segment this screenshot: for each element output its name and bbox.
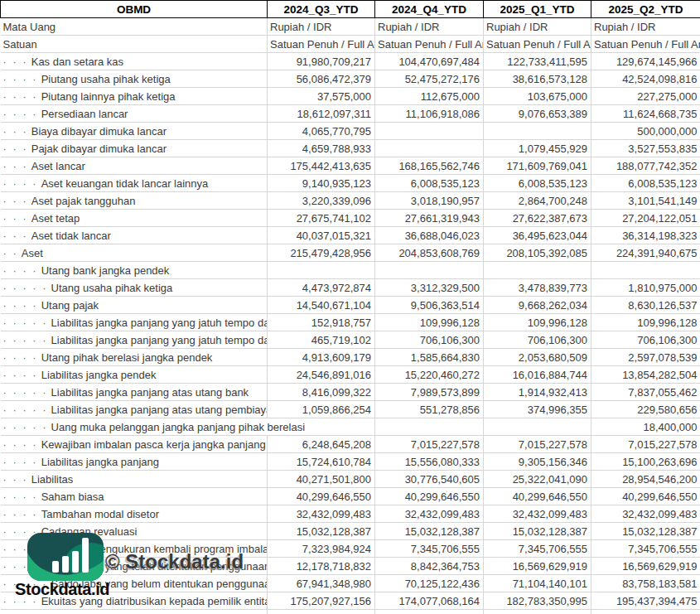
row-label-cell[interactable]: · · ·Aset tidak lancar [1, 227, 268, 244]
value-cell[interactable] [484, 123, 591, 140]
value-cell[interactable]: 7,015,227,578 [375, 436, 484, 453]
value-cell[interactable]: 3,101,541,149 [591, 192, 700, 210]
row-label-cell[interactable]: · · · ·Piutang lainnya pihak ketiga [1, 88, 268, 105]
value-cell[interactable]: 195,437,394,475 [591, 592, 700, 610]
row-label-cell[interactable]: · · · ·Utang pajak [1, 297, 268, 314]
value-cell[interactable]: 13,854,282,504 [591, 366, 700, 384]
value-cell[interactable]: 56,086,472,379 [268, 70, 375, 88]
value-cell[interactable]: 174,077,068,164 [375, 592, 484, 610]
value-cell[interactable]: 1,914,932,413 [484, 384, 591, 401]
value-cell[interactable]: 175,442,413,635 [268, 157, 375, 175]
row-label-cell[interactable]: · · · ·Tambahan modal disetor [1, 505, 268, 523]
value-cell[interactable]: 7,345,706,555 [375, 540, 484, 558]
row-label-cell[interactable]: · · ·Biaya dibayar dimuka lancar [1, 123, 268, 140]
row-label-cell[interactable]: · ·Aset [1, 244, 268, 262]
value-cell[interactable]: 40,271,501,800 [268, 471, 375, 488]
value-cell[interactable]: 36,688,046,023 [375, 227, 484, 244]
value-cell[interactable]: 174,077,068,164 [375, 610, 484, 614]
value-cell[interactable]: 18,612,097,311 [268, 105, 375, 123]
value-cell[interactable]: 37,575,000 [268, 88, 375, 105]
value-cell[interactable]: 27,661,319,943 [375, 210, 484, 227]
value-cell[interactable]: 500,000,000 [591, 123, 700, 140]
value-cell[interactable]: 8,842,364,753 [375, 558, 484, 575]
row-label-cell[interactable]: · · ·Liabilitas [1, 471, 268, 488]
value-cell[interactable] [375, 262, 484, 279]
value-cell[interactable]: 16,016,884,744 [484, 366, 591, 384]
value-cell[interactable]: 706,106,300 [375, 331, 484, 349]
value-cell[interactable]: 104,470,697,484 [375, 53, 484, 70]
value-cell[interactable]: 7,015,227,578 [484, 436, 591, 453]
value-cell[interactable]: 4,659,788,933 [268, 140, 375, 157]
value-cell[interactable]: 40,299,646,550 [375, 488, 484, 505]
value-cell[interactable] [484, 418, 591, 436]
value-cell[interactable]: 706,106,300 [591, 331, 700, 349]
value-cell[interactable]: 103,675,000 [484, 88, 591, 105]
value-cell[interactable]: 2,053,680,509 [484, 349, 591, 366]
value-cell[interactable] [484, 262, 591, 279]
value-cell[interactable]: 15,032,128,387 [375, 523, 484, 540]
value-cell[interactable]: 52,475,272,176 [375, 70, 484, 88]
value-cell[interactable]: 109,996,128 [591, 314, 700, 331]
value-cell[interactable]: Rupiah / IDR [268, 18, 375, 36]
value-cell[interactable]: 9,076,653,389 [484, 105, 591, 123]
value-cell[interactable]: 1,079,455,929 [484, 140, 591, 157]
value-cell[interactable]: 188,077,742,352 [591, 157, 700, 175]
value-cell[interactable]: Rupiah / IDR [375, 18, 484, 36]
value-cell[interactable]: Satuan Penuh / Full Amount [375, 36, 484, 53]
value-cell[interactable]: 15,032,128,387 [591, 523, 700, 540]
value-cell[interactable]: 15,032,128,387 [268, 523, 375, 540]
value-cell[interactable]: 27,675,741,102 [268, 210, 375, 227]
value-cell[interactable]: 25,322,041,090 [484, 471, 591, 488]
value-cell[interactable]: 109,996,128 [484, 314, 591, 331]
value-cell[interactable]: 6,008,535,123 [484, 175, 591, 192]
value-cell[interactable]: 3,220,339,096 [268, 192, 375, 210]
row-label-cell[interactable]: Mata Uang [1, 18, 268, 36]
row-label-cell[interactable]: · · · · ·Utang usaha pihak ketiga [1, 279, 268, 297]
value-cell[interactable]: 7,015,227,578 [591, 436, 700, 453]
value-cell[interactable]: 30,776,540,605 [375, 471, 484, 488]
value-cell[interactable]: 9,305,156,346 [484, 453, 591, 471]
value-cell[interactable]: 152,918,757 [268, 314, 375, 331]
value-cell[interactable]: 18,400,000 [591, 418, 700, 436]
value-cell[interactable]: 8,416,099,322 [268, 384, 375, 401]
value-cell[interactable] [268, 262, 375, 279]
value-cell[interactable]: 9,506,363,514 [375, 297, 484, 314]
value-cell[interactable]: 2,864,700,248 [484, 192, 591, 210]
value-cell[interactable]: 15,100,263,696 [591, 453, 700, 471]
value-cell[interactable]: 28,954,546,200 [591, 471, 700, 488]
row-label-cell[interactable]: Satuan [1, 36, 268, 53]
value-cell[interactable]: 40,299,646,550 [484, 488, 591, 505]
value-cell[interactable]: Satuan Penuh / Full Amount [591, 36, 700, 53]
value-cell[interactable]: 208,105,392,085 [484, 244, 591, 262]
row-label-cell[interactable]: · · · ·Liabilitas jangka panjang [1, 453, 268, 471]
value-cell[interactable]: 229,580,656 [591, 401, 700, 418]
value-cell[interactable]: 7,345,706,555 [484, 540, 591, 558]
value-cell[interactable] [375, 123, 484, 140]
value-cell[interactable]: 168,165,562,746 [375, 157, 484, 175]
value-cell[interactable] [375, 418, 484, 436]
value-cell[interactable]: 129,674,145,966 [591, 53, 700, 70]
value-cell[interactable]: 3,312,329,500 [375, 279, 484, 297]
value-cell[interactable]: 12,178,718,832 [268, 558, 375, 575]
row-label-cell[interactable]: · · · · ·Liabilitas jangka panjang yang … [1, 314, 268, 331]
row-label-cell[interactable]: · · · ·Persediaan lancar [1, 105, 268, 123]
value-cell[interactable]: 70,125,122,436 [375, 575, 484, 592]
value-cell[interactable]: 8,630,126,537 [591, 297, 700, 314]
value-cell[interactable]: 27,204,122,051 [591, 210, 700, 227]
period-header-cell[interactable]: 2025_Q1_YTD [484, 1, 591, 18]
value-cell[interactable]: 42,524,098,816 [591, 70, 700, 88]
value-cell[interactable]: 40,299,646,550 [268, 488, 375, 505]
row-label-cell[interactable]: · · · ·Aset keuangan tidak lancar lainny… [1, 175, 268, 192]
row-label-cell[interactable]: · · ·Aset pajak tangguhan [1, 192, 268, 210]
row-label-cell[interactable]: · · · · ·Liabilitas jangka panjang yang … [1, 331, 268, 349]
value-cell[interactable]: 16,569,629,919 [484, 558, 591, 575]
value-cell[interactable]: 36,314,198,323 [591, 227, 700, 244]
value-cell[interactable]: Rupiah / IDR [484, 18, 591, 36]
value-cell[interactable]: 32,432,099,483 [268, 505, 375, 523]
row-label-cell[interactable]: · · ·Aset lancar [1, 157, 268, 175]
value-cell[interactable]: 91,980,709,217 [268, 53, 375, 70]
value-cell[interactable]: 7,837,055,462 [591, 384, 700, 401]
value-cell[interactable]: Rupiah / IDR [591, 18, 700, 36]
value-cell[interactable]: 224,391,940,675 [591, 244, 700, 262]
value-cell[interactable]: 109,996,128 [375, 314, 484, 331]
